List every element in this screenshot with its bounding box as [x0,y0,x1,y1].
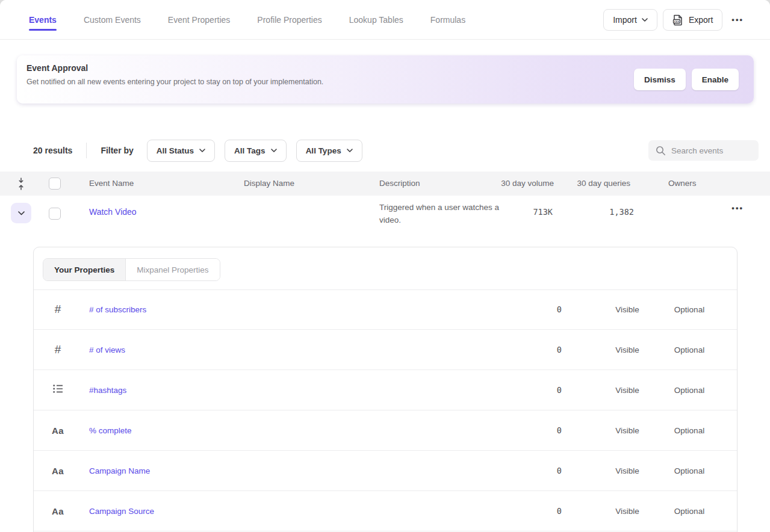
filter-bar: 20 results Filter by All Status All Tags… [33,139,372,162]
property-row: # # of subscribers 0 Visible Optional [34,289,737,330]
tab-formulas[interactable]: Formulas [430,2,465,38]
nav-tabs: Events Custom Events Event Properties Pr… [0,2,465,38]
list-icon [51,385,65,396]
select-all-checkbox[interactable] [49,178,61,190]
property-row: Aa Campaign Name 0 Visible Optional [34,451,737,491]
property-value: 0 [557,466,562,475]
property-requirement[interactable]: Optional [674,426,704,435]
collapse-all-icon[interactable] [17,177,25,193]
property-row: # # of views 0 Visible Optional [34,330,737,370]
top-nav: Events Custom Events Event Properties Pr… [0,0,770,40]
property-requirement[interactable]: Optional [674,466,704,475]
status-filter-label: All Status [157,146,194,155]
col-30-day-volume: 30 day volume [501,179,554,188]
chevron-down-icon [347,149,353,152]
property-row: Aa % complete 0 Visible Optional [34,410,737,451]
tab-event-properties[interactable]: Event Properties [168,2,231,38]
property-name-link[interactable]: # of views [89,345,125,354]
tags-filter-dropdown[interactable]: All Tags [225,140,287,162]
dismiss-button[interactable]: Dismiss [634,69,686,90]
export-button[interactable]: csv Export [663,9,722,31]
property-value: 0 [557,345,562,354]
property-value: 0 [557,506,562,516]
nav-actions: Import csv Export ••• [603,9,747,31]
event-name-link[interactable]: Watch Video [89,207,137,217]
nav-more-icon[interactable]: ••• [728,15,747,24]
import-button-label: Import [613,15,637,25]
chevron-down-icon [18,211,25,215]
chevron-down-icon [271,149,277,152]
tab-profile-properties[interactable]: Profile Properties [257,2,321,38]
event-30-day-volume: 713K [533,207,553,217]
chevron-down-icon [642,18,648,22]
event-approval-banner: Event Approval Get notified on all new e… [17,55,754,104]
property-name-link[interactable]: Campaign Source [89,507,154,516]
event-description: Triggered when a user watches a video. [379,201,506,226]
property-requirement[interactable]: Optional [674,345,704,354]
property-value: 0 [557,305,562,314]
search-icon [656,146,666,156]
property-requirement[interactable]: Optional [674,386,704,395]
tab-mixpanel-properties[interactable]: Mixpanel Properties [126,259,219,280]
col-owners: Owners [668,179,697,188]
property-value: 0 [557,425,562,435]
event-30-day-queries: 1,382 [609,207,634,217]
property-row: #hashtags 0 Visible Optional [34,370,737,410]
divider [86,143,87,158]
col-30-day-queries: 30 day queries [577,179,630,188]
col-display-name: Display Name [244,179,294,188]
banner-title: Event Approval [26,63,88,73]
property-visibility[interactable]: Visible [615,426,639,435]
property-name-link[interactable]: % complete [89,426,132,435]
search-events-input[interactable] [671,146,750,155]
tab-lookup-tables[interactable]: Lookup Tables [349,2,403,38]
property-visibility[interactable]: Visible [615,466,639,475]
tab-events[interactable]: Events [29,2,57,38]
property-visibility[interactable]: Visible [615,305,639,314]
property-row: Aa Campaign Source 0 Visible Optional [34,491,737,531]
types-filter-dropdown[interactable]: All Types [296,140,362,162]
text-icon: Aa [51,506,65,516]
property-visibility[interactable]: Visible [615,507,639,516]
enable-button[interactable]: Enable [692,69,739,90]
property-name-link[interactable]: #hashtags [89,386,126,395]
property-name-link[interactable]: # of subscribers [89,305,146,314]
csv-file-icon: csv [672,14,684,26]
properties-tabs: Your Properties Mixpanel Properties [43,258,220,281]
property-visibility[interactable]: Visible [615,345,639,354]
collapse-row-button[interactable] [11,203,31,223]
col-event-name: Event Name [89,179,134,188]
tags-filter-label: All Tags [234,146,265,155]
select-row-checkbox[interactable] [49,208,61,220]
banner-description: Get notified on all new events entering … [26,78,323,86]
types-filter-label: All Types [306,146,341,155]
text-icon: Aa [51,425,65,436]
property-visibility[interactable]: Visible [615,386,639,395]
property-name-link[interactable]: Campaign Name [89,466,150,475]
property-value: 0 [557,385,562,395]
search-events-box [648,140,759,161]
import-button[interactable]: Import [603,9,657,31]
lexicon-events-page: Events Custom Events Event Properties Pr… [0,0,770,532]
event-row-watch-video: Watch Video Triggered when a user watche… [0,196,770,232]
banner-actions: Dismiss Enable [634,69,739,90]
events-table-header: Event Name Display Name Description 30 d… [0,172,770,196]
hash-icon: # [51,303,65,316]
col-description: Description [379,179,420,188]
text-icon: Aa [51,466,65,476]
svg-text:csv: csv [674,20,680,23]
event-properties-panel: Your Properties Mixpanel Properties # # … [33,247,737,532]
tab-your-properties[interactable]: Your Properties [43,259,126,280]
chevron-down-icon [199,149,205,152]
export-button-label: Export [689,15,713,25]
status-filter-dropdown[interactable]: All Status [147,140,215,162]
property-requirement[interactable]: Optional [674,305,704,314]
results-count: 20 results [33,146,72,155]
property-requirement[interactable]: Optional [674,507,704,516]
filter-by-label: Filter by [101,146,133,155]
row-more-icon[interactable]: ••• [728,203,747,212]
property-list: # # of subscribers 0 Visible Optional # … [34,289,737,531]
hash-icon: # [51,343,65,356]
tab-custom-events[interactable]: Custom Events [84,2,141,38]
